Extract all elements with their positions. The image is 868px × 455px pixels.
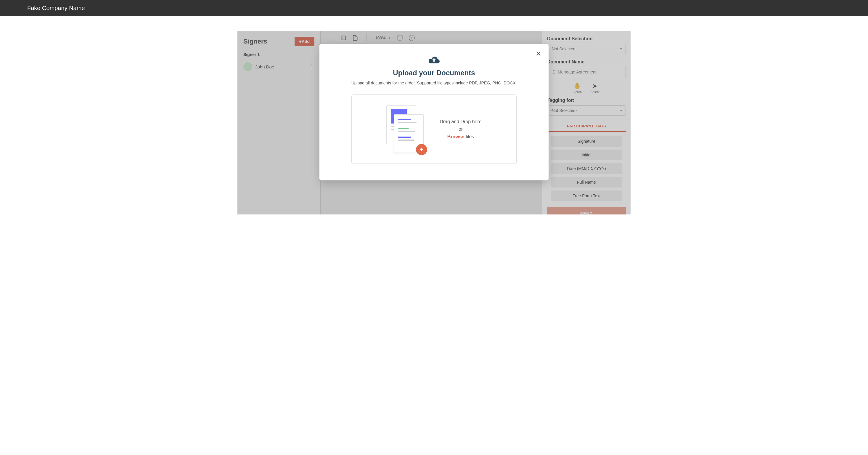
dropzone-text: Drag and Drop here or Browse files <box>440 118 482 141</box>
top-bar: Fake Company Name <box>0 0 868 16</box>
app-frame: Signers +Add Signer 1 John Doe ⋮ <box>238 31 630 214</box>
dz-line1: Drag and Drop here <box>440 118 482 126</box>
documents-illustration: + <box>386 105 425 153</box>
plus-icon: + <box>416 144 427 155</box>
browse-link[interactable]: Browse <box>447 134 464 139</box>
company-name: Fake Company Name <box>27 5 85 11</box>
modal-title: Upload your Documents <box>334 69 534 77</box>
modal-subtitle: Upload all documents for the order. Supp… <box>351 80 517 86</box>
upload-modal: ✕ Upload your Documents Upload all docum… <box>319 44 549 180</box>
dz-files: files <box>464 134 474 139</box>
dz-or: or <box>440 125 482 133</box>
cloud-upload-icon <box>334 56 534 65</box>
modal-overlay[interactable]: ✕ Upload your Documents Upload all docum… <box>238 31 630 214</box>
dropzone[interactable]: + Drag and Drop here or Browse files <box>351 94 517 164</box>
close-icon[interactable]: ✕ <box>535 50 541 58</box>
